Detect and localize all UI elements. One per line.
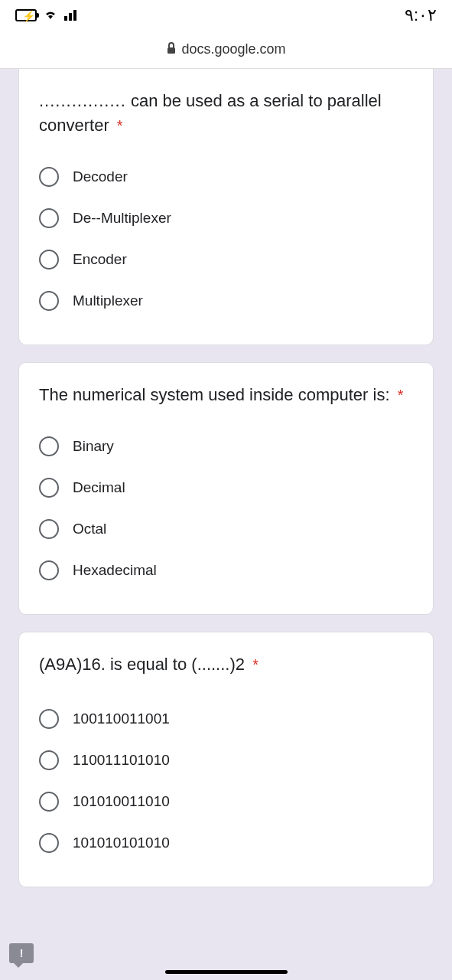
radio-option[interactable]: Octal (39, 508, 413, 550)
radio-icon (39, 519, 59, 539)
radio-icon (39, 792, 59, 812)
svg-rect-1 (69, 13, 72, 21)
url-text: docs.google.com (181, 41, 285, 57)
option-label: 101010011010 (73, 793, 170, 810)
lock-icon (166, 42, 177, 57)
radio-option[interactable]: Binary (39, 426, 413, 467)
radio-option[interactable]: 110011101010 (39, 740, 413, 781)
radio-icon (39, 250, 59, 270)
radio-icon (39, 478, 59, 498)
wifi-icon (43, 7, 58, 24)
option-label: De--Multiplexer (73, 210, 171, 227)
battery-icon: ⚡ (15, 9, 37, 21)
status-time: ۹:۰۲ (405, 5, 437, 25)
option-label: 101010101010 (73, 835, 170, 851)
radio-option[interactable]: Decimal (39, 467, 413, 508)
form-content: ................ can be used as a serial… (0, 69, 452, 887)
radio-option[interactable]: Hexadecimal (39, 550, 413, 591)
report-problem-button[interactable]: ! (9, 943, 34, 963)
status-bar: ⚡ ۹:۰۲ (0, 0, 452, 31)
option-label: Encoder (73, 251, 127, 268)
svg-rect-2 (73, 10, 76, 21)
question-prefix: ................ (39, 91, 126, 110)
question-title: (A9A)16. is equal to (.......)2 * (39, 652, 413, 677)
home-indicator[interactable] (165, 970, 288, 974)
url-bar[interactable]: docs.google.com (0, 31, 452, 69)
radio-option[interactable]: 101010101010 (39, 822, 413, 864)
option-label: 110011101010 (73, 752, 170, 769)
option-label: Octal (73, 521, 106, 537)
radio-icon (39, 167, 59, 187)
radio-icon (39, 560, 59, 580)
question-card-3: (A9A)16. is equal to (.......)2 * 100110… (18, 632, 434, 887)
option-label: Decimal (73, 479, 125, 496)
question-title: ................ can be used as a serial… (39, 89, 413, 138)
required-indicator: * (117, 117, 123, 134)
radio-icon (39, 750, 59, 770)
status-left: ⚡ (15, 7, 81, 24)
radio-icon (39, 709, 59, 729)
exclamation-icon: ! (20, 947, 24, 959)
radio-option[interactable]: 101010011010 (39, 781, 413, 822)
signal-icon (64, 7, 81, 24)
radio-icon (39, 208, 59, 228)
question-text: The numerical system used inside compute… (39, 385, 390, 404)
radio-icon (39, 833, 59, 853)
radio-option[interactable]: De--Multiplexer (39, 198, 413, 239)
option-label: 100110011001 (73, 710, 170, 727)
svg-rect-3 (167, 47, 175, 54)
required-indicator: * (398, 387, 404, 403)
radio-icon (39, 436, 59, 456)
svg-rect-0 (64, 16, 67, 21)
radio-icon (39, 291, 59, 311)
option-label: Multiplexer (73, 292, 143, 309)
radio-option[interactable]: Multiplexer (39, 280, 413, 322)
question-title: The numerical system used inside compute… (39, 383, 413, 407)
option-label: Binary (73, 438, 114, 455)
radio-option[interactable]: Decoder (39, 156, 413, 198)
question-text: (A9A)16. is equal to (.......)2 (39, 655, 249, 674)
question-card-2: The numerical system used inside compute… (18, 362, 434, 615)
option-label: Hexadecimal (73, 562, 157, 579)
option-label: Decoder (73, 168, 128, 185)
radio-option[interactable]: 100110011001 (39, 698, 413, 740)
required-indicator: * (252, 656, 259, 673)
question-card-1: ................ can be used as a serial… (18, 69, 434, 345)
radio-option[interactable]: Encoder (39, 239, 413, 280)
